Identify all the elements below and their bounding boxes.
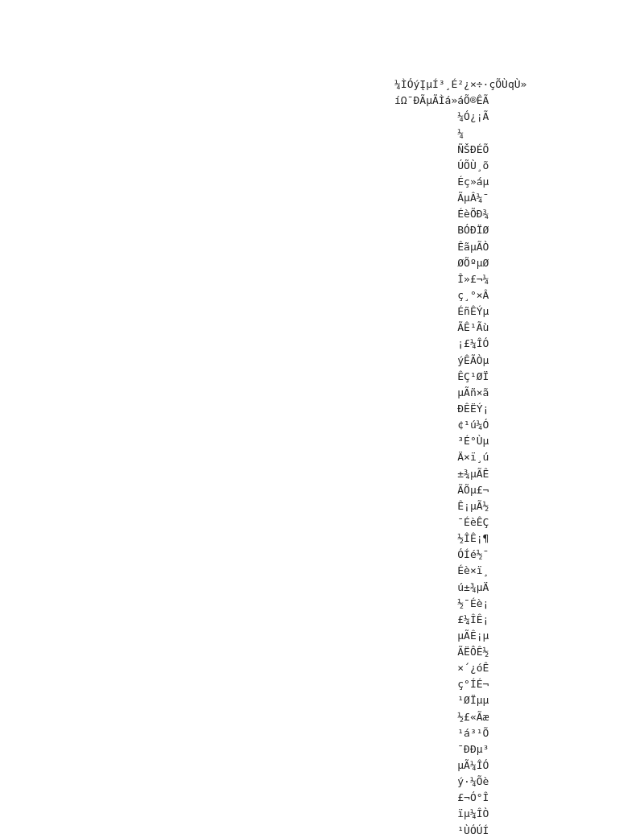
text-line: µÃÊ¡µ (394, 628, 526, 644)
text-line: íΩ¯ÐÃµÃÌá»áÕ®ÊÃ (394, 93, 526, 109)
text-line: £¼ÎÊ¡ (394, 612, 526, 628)
text-line: ¹ÙÓÚÍ (394, 823, 526, 834)
text-line: Éç»áµ (394, 174, 526, 190)
text-line: ç¸°×Â (394, 287, 526, 303)
text-line: ÚÕÙ¸õ (394, 158, 526, 174)
text-line: ×´¿óÊ (394, 660, 526, 676)
text-line: £¬Ó°Î (394, 790, 526, 806)
text-line: ÓÍé½¯ (394, 547, 526, 563)
text-line: ½ÎÊ¡¶ (394, 531, 526, 547)
text-line: Ê¡µÃ½ (394, 498, 526, 514)
text-line: µÃ¼ÎÓ (394, 758, 526, 774)
text-line: ïµ¼ÎÒ (394, 806, 526, 822)
text-line: ý·¼Õè (394, 774, 526, 790)
text-line: Éè×ï¸ (394, 563, 526, 579)
text-line: ÉèÕÐ¾ (394, 206, 526, 222)
text-line: ¯ÐÐµ³ (394, 741, 526, 758)
text-line: ÐÊËÝ¡ (394, 401, 526, 417)
text-line: ¼ÌÓýĮµÍ³¸É²¿×÷·çÕÙqÙ» (394, 76, 526, 93)
text-line: ¹á³¹Õ (394, 725, 526, 741)
text-line: ¼ (394, 126, 526, 142)
text-line: ½¯Éè¡ (394, 596, 526, 612)
text-line: ÃµÂ¼¯ (394, 190, 526, 206)
text-line: ç°ÍÉ¬ (394, 676, 526, 692)
text-line: BÓÐÏØ (394, 222, 526, 238)
text-line: ÃÕµ£¬ (394, 482, 526, 498)
text-line: ÃËÔÊ½ (394, 644, 526, 660)
text-line: ³É°Ùµ (394, 433, 526, 449)
text-line: ÊÇ¹ØÏ (394, 369, 526, 385)
text-line: ¹ØÏµµ (394, 692, 526, 708)
text-line: ÑŠÐÉÕ (394, 142, 526, 158)
text-line: ýÊÃÒµ (394, 353, 526, 369)
text-line: ¢¹ú¼Ó (394, 417, 526, 433)
text-line: Ä×ï¸ú (394, 449, 526, 465)
text-line: ØÕºµØ (394, 255, 526, 271)
text-line: Î»£¬¼ (394, 271, 526, 287)
text-line: ÃÊ¹Ãù (394, 320, 526, 336)
text-line: ¡£¼ÎÓ (394, 336, 526, 352)
text-line: ¯ÉèÊÇ (394, 514, 526, 531)
main-text-block: ¼ÌÓýĮµÍ³¸É²¿×÷·çÕÙqÙ»íΩ¯ÐÃµÃÌá»áÕ®ÊÃ ¼Ó¿… (394, 60, 526, 834)
text-line: ¼Ó¿¡Ã (394, 109, 526, 125)
text-line: ÉñÊÝµ (394, 303, 526, 320)
text-line: ÊãµÃÒ (394, 239, 526, 255)
text-line: µÃñ×ã (394, 385, 526, 401)
text-line: ±¾µÃÊ (394, 466, 526, 482)
text-line: ½£«Ãæ (394, 709, 526, 725)
text-line: ú±¾µÄ (394, 580, 526, 596)
